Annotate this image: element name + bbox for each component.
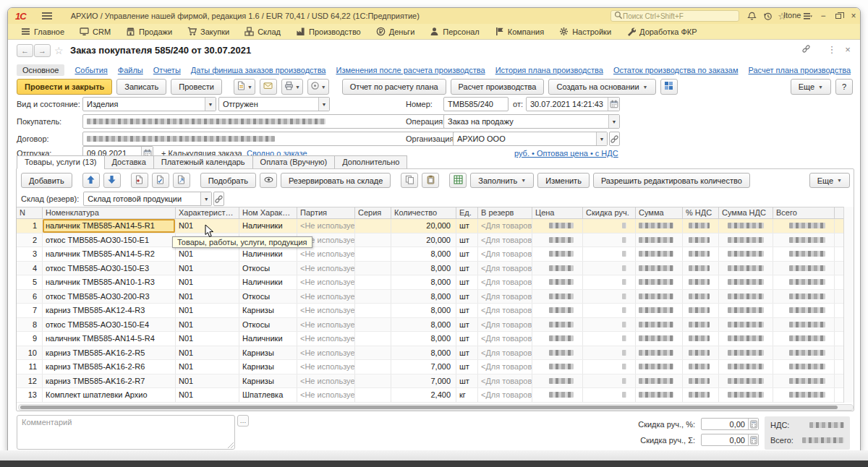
cell-name[interactable]: карниз TMB585-AK16-2-R7	[43, 374, 176, 388]
cell-n[interactable]: 13	[17, 388, 43, 402]
reports-grid-button[interactable]	[660, 79, 678, 95]
cell-batch[interactable]: <Не используется>	[297, 275, 355, 289]
cell-redacted-amount[interactable]	[532, 388, 583, 402]
table-row[interactable]: 9наличник TMB585-AN14-5-R4N01Наличники<Н…	[17, 332, 844, 346]
column-header-13[interactable]: Сумма НДС	[719, 207, 773, 218]
doc-action-3-button[interactable]	[173, 173, 190, 188]
cell-redacted-amount[interactable]	[683, 219, 719, 233]
cell-redacted-amount[interactable]	[532, 346, 583, 360]
post-button[interactable]: Провести	[171, 79, 222, 95]
cell-n[interactable]: 9	[17, 332, 43, 346]
nav-link-main[interactable]: Основное	[17, 64, 64, 76]
cell-redacted-amount[interactable]	[583, 374, 636, 388]
menu-item-settings[interactable]: Настройки	[559, 27, 611, 36]
cell-redacted-amount[interactable]	[683, 318, 719, 332]
search-input[interactable]	[623, 12, 731, 20]
cell-series[interactable]	[355, 290, 391, 304]
cell-redacted-amount[interactable]	[636, 262, 683, 275]
cell-redacted-amount[interactable]	[636, 374, 683, 388]
cell-nom_type[interactable]: Наличники	[239, 275, 297, 289]
cell-redacted-amount[interactable]	[532, 290, 583, 304]
cell-redacted-amount[interactable]	[773, 374, 835, 388]
cell-characteristic[interactable]: N01	[176, 388, 239, 402]
help-button[interactable]: ?	[835, 79, 853, 95]
cell-qty[interactable]: 8,000	[391, 247, 456, 261]
cell-characteristic[interactable]: N01	[176, 304, 239, 317]
cell-batch[interactable]: <Не используется>	[297, 374, 355, 388]
cell-redacted-amount[interactable]	[583, 332, 636, 346]
cell-redacted-amount[interactable]	[636, 346, 683, 360]
cell-batch[interactable]: <Не используется>	[297, 247, 355, 261]
cell-unit[interactable]: шт	[456, 247, 478, 261]
menu-item-money[interactable]: Деньги	[376, 27, 415, 36]
number-input[interactable]: TMB585/240	[443, 97, 509, 111]
cell-name[interactable]: наличник TMB585-AN14-5-R1	[43, 219, 176, 233]
cell-n[interactable]: 2	[17, 234, 43, 247]
cell-redacted-amount[interactable]	[636, 247, 683, 261]
cell-redacted-amount[interactable]	[719, 262, 773, 275]
cell-nom_type[interactable]: Откосы	[239, 318, 297, 332]
cell-redacted-amount[interactable]	[773, 332, 835, 346]
column-header-4[interactable]: Партия	[297, 207, 355, 218]
cell-nom_type[interactable]: Наличники	[239, 219, 297, 233]
cell-nom_type[interactable]: Наличники	[239, 247, 297, 261]
cell-batch[interactable]: <Не используется>	[297, 332, 355, 346]
cell-redacted-amount[interactable]	[719, 234, 773, 247]
column-header-5[interactable]: Серия	[355, 207, 391, 218]
cell-redacted-amount[interactable]	[636, 304, 683, 317]
cell-n[interactable]: 8	[17, 318, 43, 332]
table-row[interactable]: 11карниз TMB585-AK16-2-R6N01Карнизы<Не и…	[17, 360, 844, 374]
cell-name[interactable]: карниз TMB585-AK12-4-R3	[43, 304, 176, 317]
cell-name[interactable]: наличник TMB585-AN14-5-R2	[43, 247, 176, 261]
cell-redacted-amount[interactable]	[773, 346, 835, 360]
move-down-button[interactable]	[103, 173, 121, 188]
column-header-9[interactable]: Цена	[532, 207, 583, 218]
cell-redacted-amount[interactable]	[636, 388, 683, 402]
cell-series[interactable]	[355, 304, 391, 317]
more-button[interactable]: Еще▼	[791, 79, 831, 95]
cell-redacted-amount[interactable]	[719, 318, 773, 332]
cell-series[interactable]	[355, 318, 391, 332]
tab-2[interactable]: Платежный календарь	[153, 155, 252, 169]
cell-series[interactable]	[355, 332, 391, 346]
cell-unit[interactable]: шт	[456, 360, 478, 374]
cell-redacted-amount[interactable]	[719, 374, 773, 388]
cell-redacted-amount[interactable]	[532, 234, 583, 247]
cell-characteristic[interactable]: N01	[176, 360, 239, 374]
cell-series[interactable]	[355, 374, 391, 388]
cell-unit[interactable]: шт	[456, 346, 478, 360]
send-email-button[interactable]	[260, 79, 277, 95]
nav-link-5[interactable]: Изменения после расчета производства	[336, 66, 485, 74]
state-combo[interactable]: Отгружен▼	[218, 97, 330, 111]
cell-redacted-amount[interactable]	[719, 290, 773, 304]
cell-batch[interactable]: <Не используется>	[297, 388, 355, 402]
cell-unit[interactable]: шт	[456, 219, 478, 233]
cell-redacted-amount[interactable]	[773, 304, 835, 317]
cell-redacted-amount[interactable]	[719, 360, 773, 374]
cell-n[interactable]: 12	[17, 374, 43, 388]
doc-action-2-button[interactable]	[152, 173, 169, 188]
table-row[interactable]: 2откос TMB585-AO30-150-E1N01Откосы<Не ис…	[17, 234, 844, 248]
post-and-close-button[interactable]: Провести и закрыть	[17, 79, 112, 95]
column-header-8[interactable]: В резерв	[478, 207, 532, 218]
cell-redacted-amount[interactable]	[683, 275, 719, 289]
cell-redacted-amount[interactable]	[719, 304, 773, 317]
cell-n[interactable]: 4	[17, 262, 43, 275]
cell-characteristic[interactable]: N01	[176, 290, 239, 304]
cell-qty[interactable]: 8,000	[391, 332, 456, 346]
get-link-icon[interactable]	[799, 44, 812, 56]
cell-redacted-amount[interactable]	[719, 219, 773, 233]
column-header-3[interactable]: Ном Характерис...	[239, 207, 297, 218]
tab-3[interactable]: Оплата (Вручную)	[252, 155, 335, 169]
cell-reserve[interactable]: <Для товаров>	[478, 247, 532, 261]
cell-nom_type[interactable]: Карнизы	[239, 346, 297, 360]
paste-rows-button[interactable]	[422, 173, 439, 188]
cell-redacted-amount[interactable]	[636, 290, 683, 304]
cell-redacted-amount[interactable]	[636, 332, 683, 346]
cell-unit[interactable]: шт	[456, 275, 478, 289]
items-more-button[interactable]: Еще▼	[809, 173, 850, 188]
cell-redacted-amount[interactable]	[532, 360, 583, 374]
table-row[interactable]: 10карниз TMB585-AK16-2-R5N01Карнизы<Не и…	[17, 346, 844, 361]
table-row[interactable]: 5наличник TMB585-AN10-1-R3N01Наличники<Н…	[17, 275, 844, 290]
cell-batch[interactable]: <Не используется>	[297, 219, 355, 233]
